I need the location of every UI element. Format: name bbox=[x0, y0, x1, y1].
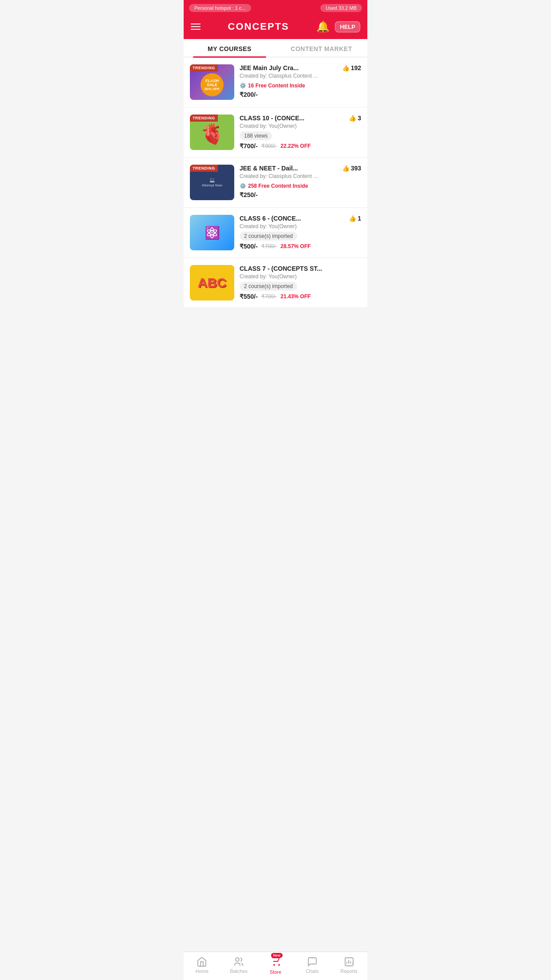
course-info: CLASS 10 - (CONCE... 👍 3 Created by: You… bbox=[240, 115, 361, 150]
thumb-content: 💻 Attempt Now bbox=[202, 178, 222, 187]
course-list: TRENDING FLASH SALE 80% OFF JEE Main Jul… bbox=[184, 57, 367, 308]
list-item[interactable]: TRENDING FLASH SALE 80% OFF JEE Main Jul… bbox=[184, 57, 367, 107]
molecule-icon: ⚛️ bbox=[205, 225, 220, 240]
price: ₹700/- bbox=[240, 142, 258, 150]
like-count: 393 bbox=[351, 165, 361, 172]
like-count: 3 bbox=[358, 115, 361, 122]
app-title: CONCEPTS bbox=[228, 21, 289, 32]
free-content-badge: ⚙️ 258 Free Content Inside bbox=[240, 183, 308, 189]
price-row: ₹250/- bbox=[240, 191, 361, 198]
star-icon: ⚙️ bbox=[240, 83, 246, 89]
imported-badge: 2 course(s) imported bbox=[240, 232, 297, 241]
course-thumbnail: TRENDING FLASH SALE 80% OFF bbox=[190, 64, 234, 100]
course-info: JEE & NEET - Dail... 👍 393 Created by: C… bbox=[240, 165, 361, 198]
trending-badge: TRENDING bbox=[190, 64, 218, 71]
list-item[interactable]: TRENDING 🫀 CLASS 10 - (CONCE... 👍 3 Crea… bbox=[184, 107, 367, 158]
status-bar: Personal hotspot : 1 c... Used 33.2 MB bbox=[184, 0, 367, 16]
thumbs-up-icon: 👍 bbox=[342, 165, 350, 172]
hotspot-status: Personal hotspot : 1 c... bbox=[189, 4, 251, 12]
like-count-row: 👍 393 bbox=[342, 165, 361, 172]
course-thumbnail: TRENDING 💻 Attempt Now bbox=[190, 165, 234, 200]
price-row: ₹550/- ₹700/- 21.43% OFF bbox=[240, 293, 361, 300]
original-price: ₹700/- bbox=[261, 293, 277, 300]
course-thumbnail: ⚛️ bbox=[190, 215, 234, 250]
like-count-row: 👍 1 bbox=[349, 215, 361, 222]
course-creator: Created by: You(Owner) bbox=[240, 273, 361, 280]
discount-label: 22.22% OFF bbox=[280, 143, 311, 149]
tab-my-courses[interactable]: MY COURSES bbox=[184, 39, 276, 57]
thumbs-up-icon: 👍 bbox=[349, 115, 356, 122]
like-count: 1 bbox=[358, 215, 361, 222]
price: ₹550/- bbox=[240, 293, 258, 300]
course-title: CLASS 7 - (CONCEPTS ST... bbox=[240, 265, 361, 272]
data-usage: Used 33.2 MB bbox=[320, 4, 362, 12]
abc-icon: ABC bbox=[198, 275, 227, 290]
free-badge-text: 16 Free Content Inside bbox=[248, 83, 305, 89]
heart-icon: 🫀 bbox=[200, 122, 224, 146]
views-badge: 188 views bbox=[240, 131, 272, 140]
tab-content-market[interactable]: CONTENT MARKET bbox=[276, 39, 367, 57]
discount-label: 28.57% OFF bbox=[280, 243, 311, 249]
like-count-row: 👍 192 bbox=[342, 64, 361, 71]
course-creator: Created by: You(Owner) bbox=[240, 123, 361, 129]
course-info: CLASS 7 - (CONCEPTS ST... Created by: Yo… bbox=[240, 265, 361, 300]
header-icons: 🔔 HELP bbox=[316, 20, 360, 33]
original-price: ₹900/- bbox=[261, 143, 277, 149]
course-info: JEE Main July Cra... 👍 192 Created by: C… bbox=[240, 64, 361, 98]
free-badge-text: 258 Free Content Inside bbox=[248, 183, 308, 189]
list-item[interactable]: TRENDING 💻 Attempt Now JEE & NEET - Dail… bbox=[184, 158, 367, 208]
thumbs-up-icon: 👍 bbox=[342, 64, 350, 71]
trending-badge: TRENDING bbox=[190, 165, 218, 172]
trending-badge: TRENDING bbox=[190, 115, 218, 122]
thumbs-up-icon: 👍 bbox=[349, 215, 356, 222]
app-header: CONCEPTS 🔔 HELP bbox=[184, 16, 367, 39]
original-price: ₹700/- bbox=[261, 243, 277, 249]
star-icon: ⚙️ bbox=[240, 183, 246, 189]
course-creator: Created by: Classplus Content ... bbox=[240, 73, 361, 79]
course-title: JEE Main July Cra... bbox=[240, 64, 339, 71]
list-item[interactable]: ABC CLASS 7 - (CONCEPTS ST... Created by… bbox=[184, 258, 367, 308]
course-title: JEE & NEET - Dail... bbox=[240, 165, 339, 172]
course-title: CLASS 6 - (CONCE... bbox=[240, 215, 346, 222]
course-thumbnail: TRENDING 🫀 bbox=[190, 115, 234, 150]
price-row: ₹200/- bbox=[240, 91, 361, 98]
course-title: CLASS 10 - (CONCE... bbox=[240, 115, 346, 122]
imported-badge: 2 course(s) imported bbox=[240, 282, 297, 291]
course-info: CLASS 6 - (CONCE... 👍 1 Created by: You(… bbox=[240, 215, 361, 250]
price-row: ₹500/- ₹700/- 28.57% OFF bbox=[240, 243, 361, 250]
flash-sale-badge: FLASH SALE 80% OFF bbox=[201, 73, 224, 96]
like-count-row: 👍 3 bbox=[349, 115, 361, 122]
price-row: ₹700/- ₹900/- 22.22% OFF bbox=[240, 142, 361, 150]
help-button[interactable]: HELP bbox=[335, 21, 360, 32]
tab-bar: MY COURSES CONTENT MARKET bbox=[184, 39, 367, 57]
bell-icon[interactable]: 🔔 bbox=[316, 20, 330, 33]
like-count: 192 bbox=[351, 64, 361, 71]
list-item[interactable]: ⚛️ CLASS 6 - (CONCE... 👍 1 Created by: Y… bbox=[184, 208, 367, 258]
price: ₹250/- bbox=[240, 191, 258, 198]
free-content-badge: ⚙️ 16 Free Content Inside bbox=[240, 83, 305, 89]
price: ₹200/- bbox=[240, 91, 258, 98]
price: ₹500/- bbox=[240, 243, 258, 250]
course-creator: Created by: You(Owner) bbox=[240, 223, 361, 229]
course-thumbnail: ABC bbox=[190, 265, 234, 300]
course-creator: Created by: Classplus Content ... bbox=[240, 173, 361, 179]
discount-label: 21.43% OFF bbox=[280, 293, 311, 300]
menu-button[interactable] bbox=[191, 24, 201, 30]
